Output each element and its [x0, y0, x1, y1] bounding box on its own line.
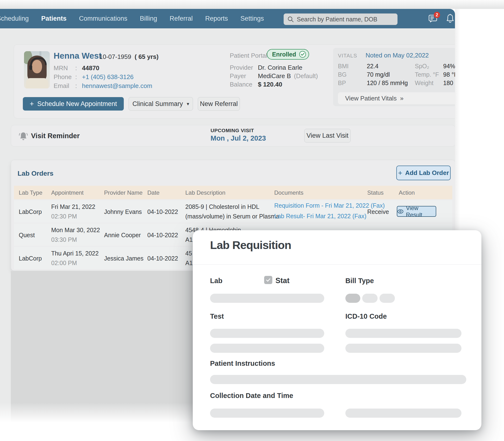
add-lab-order-label: Add Lab Order: [405, 169, 449, 177]
vitals-noted-date: Noted on May 02,2022: [365, 52, 429, 59]
notifications-bell-icon[interactable]: [446, 14, 455, 24]
chevrons-right-icon: »: [400, 95, 403, 102]
patient-instructions-label: Patient Instructions: [210, 360, 275, 367]
stat-label: Stat: [275, 276, 290, 285]
upcoming-visit-label: UPCOMING VISIT: [211, 128, 254, 133]
cell-description-line2: (mass/volume) in Serum or Plasma: [185, 213, 279, 220]
spo2-value: 94%: [443, 63, 455, 70]
cell-provider: Jessica James: [104, 255, 143, 262]
header-provider-name: Provider Name: [104, 189, 142, 196]
weight-value: 180 lb: [443, 79, 455, 87]
view-result-button[interactable]: View Result: [397, 206, 436, 217]
cell-description-line2: A1: [185, 236, 193, 243]
nav-item-referral[interactable]: Referral: [170, 15, 193, 22]
stat-checkbox[interactable]: [264, 276, 272, 284]
view-last-visit-label: View Last Visit: [306, 132, 348, 139]
view-patient-vitals-button[interactable]: View Patient Vitals »: [338, 92, 455, 104]
bp-label: BP: [338, 79, 346, 87]
schedule-new-appointment-button[interactable]: + Schedule New Appointment: [23, 97, 124, 110]
weight-label: Weight: [415, 79, 433, 87]
bg-value: 70 mg/dl: [367, 71, 390, 78]
test-input-placeholder-1[interactable]: [210, 329, 324, 338]
patient-search[interactable]: [284, 14, 397, 25]
top-band: [0, 0, 504, 9]
cell-provider: Annie Cooper: [104, 232, 141, 239]
mrn-label: MRN: [54, 64, 68, 72]
cell-date: 04-10-2022: [147, 208, 178, 215]
plus-icon: +: [30, 100, 34, 108]
provider-value: Dr. Corina Earle: [258, 64, 302, 71]
cell-appt-time: 02:30 PM: [51, 213, 77, 220]
table-row[interactable]: LabCorp Fri Mar 21, 2022 02:30 PM Johnny…: [14, 200, 452, 222]
patient-avatar: [24, 51, 50, 88]
bmi-label: BMI: [338, 63, 348, 70]
cell-appt-date: Thu Apri 15, 2022: [51, 250, 98, 257]
modal-divider: [193, 264, 481, 265]
temp-label: Temp. °F: [415, 71, 439, 78]
lab-orders-title: Lab Orders: [17, 170, 53, 177]
nav-item-communications[interactable]: Communications: [79, 15, 127, 22]
cell-status: Receive: [367, 208, 389, 215]
search-input[interactable]: [296, 16, 394, 23]
patient-name: Henna West: [54, 51, 102, 61]
collection-time-placeholder[interactable]: [345, 409, 461, 418]
clinical-summary-label: Clinical Summary: [132, 100, 183, 108]
cell-appt-time: 02:00 PM: [51, 260, 77, 267]
checkmark-icon: [266, 277, 271, 283]
messages-icon[interactable]: 2: [428, 14, 438, 24]
add-lab-order-button[interactable]: + Add Lab Order: [396, 166, 451, 180]
lab-select-placeholder[interactable]: [210, 294, 324, 303]
requisition-form-link[interactable]: Requisition Form - Fri Mar 21, 2022 (Fax…: [274, 202, 385, 209]
bill-type-option-1[interactable]: [345, 294, 360, 303]
cell-appt-date: Fri Mar 21, 2022: [51, 203, 95, 210]
chevron-down-icon: ▾: [187, 101, 189, 107]
bill-type-option-3[interactable]: [379, 294, 395, 303]
view-last-visit-button[interactable]: View Last Visit: [304, 129, 351, 142]
nav-item-billing[interactable]: Billing: [140, 15, 157, 22]
bill-type-option-2[interactable]: [362, 294, 378, 303]
nav-item-settings[interactable]: Settings: [240, 15, 264, 22]
cell-lab-type: Quest: [19, 232, 35, 239]
collection-date-placeholder[interactable]: [210, 409, 324, 418]
cell-provider: Johnny Evans: [104, 208, 142, 215]
phone-value[interactable]: +1 (405) 638-3126: [82, 73, 134, 81]
mrn-value: 44870: [82, 64, 99, 72]
search-icon: [287, 16, 294, 23]
cell-lab-type: LabCorp: [19, 208, 42, 215]
payer-value: MediCare B: [258, 72, 291, 80]
cell-date: 04-10-2022: [147, 232, 178, 239]
portal-label: Patient Portal: [230, 52, 267, 59]
nav-item-scheduling[interactable]: Scheduling: [0, 15, 29, 22]
reminder-bell-icon: [19, 131, 28, 142]
patient-dob: 10-07-1959: [99, 53, 131, 61]
new-referral-button[interactable]: New Referral: [198, 97, 240, 110]
temp-value: 98 °F: [443, 71, 455, 78]
nav-item-reports[interactable]: Reports: [205, 15, 228, 22]
enrolled-check-icon: [299, 51, 306, 58]
screen: Scheduling Patients Communications Billi…: [0, 0, 504, 441]
bp-value: 120 / 85 mmHg: [367, 79, 408, 87]
nav-item-patients[interactable]: Patients: [41, 15, 67, 22]
header-date: Date: [147, 189, 159, 196]
email-value[interactable]: hennawest@sample.com: [82, 82, 152, 90]
vitals-panel: VITALS Noted on May 02,2022 BMI 22.4 BG …: [333, 48, 455, 106]
plus-icon: +: [398, 169, 402, 177]
eye-icon: [397, 209, 404, 214]
cell-lab-type: LabCorp: [19, 255, 42, 262]
lab-requisition-modal: Lab Requisition Lab Stat Bill Type Test …: [193, 230, 481, 430]
patient-instructions-placeholder[interactable]: [210, 375, 466, 384]
header-appointment: Appointment: [51, 189, 84, 196]
view-patient-vitals-label: View Patient Vitals: [345, 95, 396, 102]
clinical-summary-button[interactable]: Clinical Summary ▾: [128, 97, 193, 110]
balance-label: Balance: [230, 81, 252, 88]
message-count-badge: 2: [434, 12, 440, 18]
lab-field-label: Lab: [210, 277, 222, 285]
lab-table-header: Lab Type Appointment Provider Name Date …: [14, 186, 452, 199]
test-input-placeholder-2[interactable]: [210, 344, 324, 353]
icd10-input-placeholder-1[interactable]: [345, 329, 461, 338]
schedule-label: Schedule New Appointment: [37, 100, 117, 108]
lab-result-link[interactable]: Lab Result- Fri Mar 21, 2022 (Fax): [274, 213, 366, 220]
upcoming-visit-date: Mon , Jul 2, 2023: [211, 134, 266, 142]
icd10-input-placeholder-2[interactable]: [345, 344, 461, 353]
payer-default: (Default): [294, 72, 318, 80]
